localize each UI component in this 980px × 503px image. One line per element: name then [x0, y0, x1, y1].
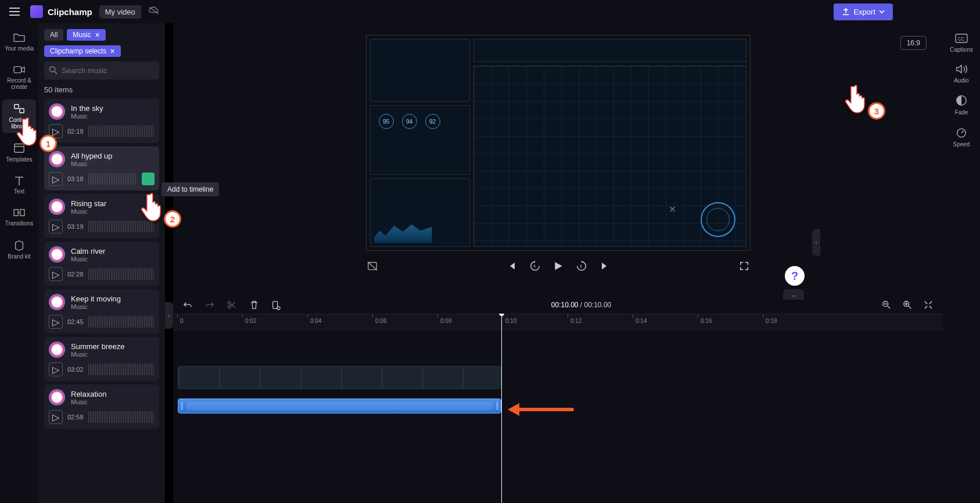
nav-record-create[interactable]: Record & create	[2, 61, 36, 94]
clip-handle-right[interactable]	[496, 402, 498, 410]
svg-rect-4	[14, 210, 18, 216]
music-sub: Music	[71, 113, 103, 120]
nav-your-media[interactable]: Your media	[2, 29, 36, 55]
filter-clipchamp-selects[interactable]: Clipchamp selects ✕	[44, 45, 121, 57]
svg-text:5: 5	[533, 264, 536, 268]
music-duration: 03:02	[67, 366, 84, 373]
template-icon	[13, 142, 26, 154]
music-item[interactable]: ♪ In the sky Music ▷ 02:18	[44, 99, 159, 143]
nav-fade[interactable]: Fade	[955, 94, 968, 116]
fit-timeline-button[interactable]	[922, 299, 935, 311]
annotation-arrow-icon	[505, 401, 575, 418]
help-button[interactable]: ?	[785, 266, 805, 286]
nav-label: Fade	[955, 109, 968, 116]
skip-end-button[interactable]	[598, 260, 611, 272]
crop-off-icon[interactable]	[366, 260, 379, 272]
audio-clip[interactable]	[178, 398, 501, 414]
hud-panel: ✕	[473, 66, 746, 247]
music-item[interactable]: ♪ Summer breeze Music ▷ 03:02	[44, 337, 159, 381]
music-sub: Music	[71, 256, 105, 263]
hud-panel	[370, 39, 470, 102]
project-name[interactable]: My video	[99, 5, 141, 19]
undo-button[interactable]	[181, 299, 194, 311]
redo-button[interactable]	[203, 299, 216, 311]
clip-options-button[interactable]	[270, 299, 282, 311]
nav-label: Transitions	[2, 220, 36, 227]
item-count: 50 items	[44, 85, 159, 94]
play-preview-button[interactable]: ▷	[49, 410, 63, 424]
nav-templates[interactable]: Templates	[2, 139, 36, 166]
aspect-ratio-button[interactable]: 16:9	[900, 36, 927, 50]
play-preview-button[interactable]: ▷	[49, 220, 63, 233]
app-logo[interactable]: Clipchamp	[30, 5, 92, 18]
music-item[interactable]: ♪ Rising star Music ▷ 03:19	[44, 194, 159, 238]
nav-captions[interactable]: CC Captions	[950, 33, 972, 53]
video-preview: 95 94 92 ✕	[366, 35, 751, 251]
music-title: Keep it moving	[71, 294, 121, 303]
play-preview-button[interactable]: ▷	[49, 172, 63, 186]
zoom-in-button[interactable]	[901, 299, 914, 311]
add-to-timeline-button[interactable]	[142, 173, 155, 185]
delete-button[interactable]	[247, 299, 260, 311]
music-duration: 03:18	[67, 175, 84, 182]
music-item[interactable]: ♪ Relaxation Music ▷ 02:58	[44, 385, 159, 429]
close-icon[interactable]: ✕	[110, 48, 115, 55]
timeline-ruler[interactable]: 0 0:02 0:04 0:06 0:08 0:10 0:12 0:14 0:1…	[173, 314, 943, 330]
split-button[interactable]	[225, 299, 238, 311]
zoom-out-button[interactable]	[880, 299, 893, 311]
play-preview-button[interactable]: ▷	[49, 124, 63, 138]
filter-music[interactable]: Music ✕	[67, 29, 105, 41]
hud-panel: 95 94 92	[370, 105, 470, 175]
search-icon	[49, 66, 58, 77]
fullscreen-button[interactable]	[738, 260, 751, 272]
menu-button[interactable]	[6, 3, 23, 20]
music-note-icon: ♪	[49, 246, 65, 263]
svg-rect-3	[15, 144, 24, 153]
export-button[interactable]: Export	[834, 3, 893, 20]
collapse-panel-button[interactable]: ‹	[165, 302, 173, 329]
music-item[interactable]: ♪ Calm river Music ▷ 02:28	[44, 242, 159, 286]
music-sub: Music	[71, 398, 106, 405]
music-note-icon: ♪	[49, 199, 65, 215]
forward-5-button[interactable]: 5	[575, 260, 588, 272]
music-sub: Music	[71, 208, 106, 215]
hud-value: 92	[425, 114, 440, 129]
nav-transitions[interactable]: Transitions	[2, 204, 36, 230]
search-input[interactable]	[44, 62, 159, 80]
export-label: Export	[853, 8, 875, 16]
hud-cross-icon: ✕	[669, 204, 676, 215]
tick: 0:04	[310, 318, 321, 324]
play-preview-button[interactable]: ▷	[49, 267, 63, 281]
nav-text[interactable]: Text	[2, 172, 36, 198]
skip-start-button[interactable]	[505, 260, 518, 272]
hud-chart	[374, 218, 432, 243]
nav-brand-kit[interactable]: Brand kit	[2, 236, 36, 263]
disclosure-button[interactable]: ⌄	[783, 289, 804, 300]
close-icon[interactable]: ✕	[95, 31, 100, 39]
right-panel-collapse-button[interactable]: ‹	[812, 229, 820, 256]
playhead[interactable]	[501, 314, 502, 503]
svg-point-10	[228, 301, 230, 304]
cloud-sync-off-icon[interactable]	[148, 6, 160, 17]
clip-handle-left[interactable]	[181, 402, 183, 410]
nav-speed[interactable]: Speed	[953, 126, 970, 148]
nav-audio[interactable]: Audio	[954, 63, 969, 84]
nav-content-library[interactable]: Content library	[2, 99, 36, 133]
filter-label: Clipchamp selects	[50, 47, 106, 55]
play-button[interactable]	[552, 260, 565, 272]
music-title: All hyped up	[71, 152, 113, 160]
music-title: Summer breeze	[71, 342, 124, 351]
rewind-5-button[interactable]: 5	[529, 260, 541, 272]
video-clip[interactable]	[178, 366, 501, 389]
nav-label: Text	[2, 188, 36, 195]
timecode: 00:10.00 / 00:10.00	[551, 301, 611, 309]
play-preview-button[interactable]: ▷	[49, 315, 63, 329]
music-item[interactable]: ♪ All hyped up Music ▷ 03:18	[44, 146, 159, 191]
text-icon	[13, 175, 25, 186]
play-preview-button[interactable]: ▷	[49, 362, 63, 376]
hud-panel	[370, 178, 470, 247]
music-item[interactable]: ♪ Keep it moving Music ▷ 02:45	[44, 289, 159, 333]
filter-all[interactable]: All	[44, 29, 63, 41]
svg-rect-0	[14, 67, 21, 73]
tick: 0:16	[701, 318, 712, 324]
